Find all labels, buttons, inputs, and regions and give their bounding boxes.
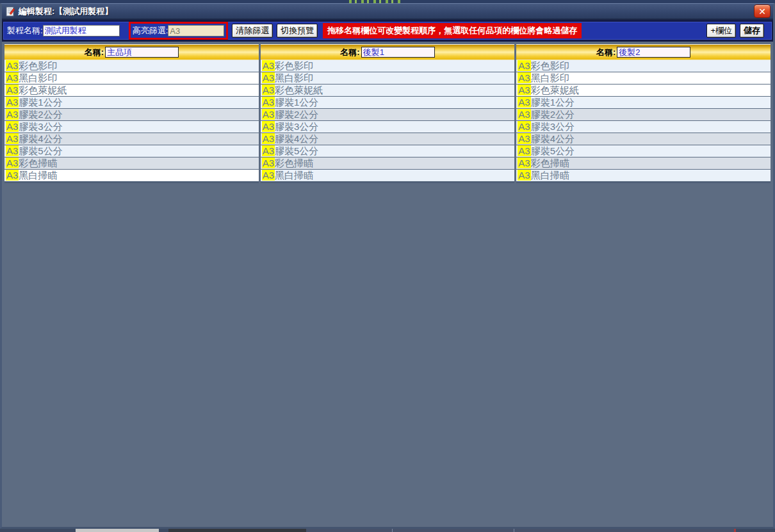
filter-match-highlight: A3 [518,85,530,95]
taskbar-sliver-segment [393,529,514,532]
list-item[interactable]: A3膠裝5公分 [261,145,515,157]
list-item-label: 黑白掃瞄 [275,170,313,181]
list-item[interactable]: A3膠裝1公分 [261,97,515,109]
list-item[interactable]: A3膠裝2公分 [261,109,515,121]
list-item-label: 黑白掃瞄 [531,170,569,181]
list-item-label: 膠裝2公分 [531,109,575,120]
list-item-label: 黑白影印 [531,72,569,83]
clear-filter-button[interactable]: 清除篩選 [232,24,273,38]
highlight-filter-label: 高亮篩選: [133,25,168,36]
list-item[interactable]: A3膠裝3公分 [4,121,259,133]
filter-match-highlight: A3 [6,85,19,95]
filter-match-highlight: A3 [6,97,19,108]
column-item-list: A3彩色影印A3黑白影印A3彩色萊妮紙A3膠裝1公分A3膠裝2公分A3膠裝3公分… [516,60,771,183]
list-item-label: 彩色影印 [19,60,57,71]
column-postprocess-1: 名稱: A3彩色影印A3黑白影印A3彩色萊妮紙A3膠裝1公分A3膠裝2公分A3膠… [261,44,515,183]
taskbar-sliver-segment [76,529,159,532]
close-button[interactable]: ✕ [754,4,771,18]
list-item[interactable]: A3黑白影印 [261,72,515,85]
filter-match-highlight: A3 [518,157,530,168]
dialog-title: 編輯製程:【測試用製程】 [19,6,113,17]
save-button[interactable]: 儲存 [740,24,764,38]
list-item-label: 膠裝1公分 [531,97,575,108]
taskbar-sliver [0,529,775,532]
taskbar-sliver-segment [168,529,306,532]
list-item[interactable]: A3黑白掃瞄 [261,170,515,182]
column-name-label: 名稱: [340,47,359,58]
list-item[interactable]: A3彩色影印 [516,60,771,72]
filter-match-highlight: A3 [6,145,19,156]
filter-match-highlight: A3 [6,170,19,181]
highlight-filter-input[interactable] [168,25,224,36]
column-name-input[interactable] [361,47,435,58]
filter-match-highlight: A3 [518,97,530,108]
list-item-label: 彩色掃瞄 [275,157,313,168]
filter-match-highlight: A3 [262,72,275,83]
list-item[interactable]: A3膠裝3公分 [516,121,771,133]
list-item-label: 黑白影印 [275,72,313,83]
list-item[interactable]: A3彩色掃瞄 [4,157,259,170]
process-name-input[interactable] [43,25,120,36]
list-item-label: 膠裝2公分 [19,109,62,120]
list-item-label: 膠裝4公分 [275,133,318,144]
list-item[interactable]: A3黑白掃瞄 [4,170,259,182]
close-icon: ✕ [758,7,766,16]
column-header[interactable]: 名稱: [4,44,259,60]
list-item[interactable]: A3膠裝5公分 [4,145,259,157]
filter-match-highlight: A3 [262,60,275,71]
column-header[interactable]: 名稱: [516,44,771,60]
column-name-input[interactable] [105,47,179,58]
taskbar-sliver-segment [0,529,76,532]
column-item-list: A3彩色影印A3黑白影印A3彩色萊妮紙A3膠裝1公分A3膠裝2公分A3膠裝3公分… [261,60,515,183]
list-item[interactable]: A3膠裝2公分 [516,109,771,121]
list-item[interactable]: A3膠裝3公分 [261,121,515,133]
list-item-label: 彩色影印 [275,60,313,71]
list-item-label: 黑白影印 [19,72,57,83]
list-item[interactable]: A3膠裝4公分 [4,133,259,145]
list-item[interactable]: A3黑白影印 [516,72,771,85]
list-item[interactable]: A3膠裝2公分 [4,109,259,121]
column-name-input[interactable] [617,47,690,58]
dialog-titlebar[interactable]: 編輯製程:【測試用製程】 ✕ [2,4,773,20]
list-item-label: 彩色萊妮紙 [275,85,323,95]
column-postprocess-2: 名稱: A3彩色影印A3黑白影印A3彩色萊妮紙A3膠裝1公分A3膠裝2公分A3膠… [516,44,771,183]
list-item[interactable]: A3彩色萊妮紙 [261,85,515,97]
add-column-button[interactable]: +欄位 [706,24,736,38]
toggle-preview-button[interactable]: 切換預覽 [277,24,318,38]
list-item-label: 膠裝1公分 [19,97,62,108]
process-columns: 名稱: A3彩色影印A3黑白影印A3彩色萊妮紙A3膠裝1公分A3膠裝2公分A3膠… [4,44,771,183]
list-item[interactable]: A3膠裝1公分 [516,97,771,109]
taskbar-sliver-segment [306,529,393,532]
list-item[interactable]: A3膠裝5公分 [516,145,771,157]
list-item[interactable]: A3彩色掃瞄 [516,157,771,170]
list-item-label: 膠裝3公分 [275,121,318,132]
filter-match-highlight: A3 [518,145,530,156]
list-item[interactable]: A3黑白掃瞄 [516,170,771,182]
filter-match-highlight: A3 [518,121,530,132]
list-item-label: 膠裝4公分 [531,133,575,144]
list-item[interactable]: A3彩色萊妮紙 [4,85,259,97]
list-item[interactable]: A3膠裝4公分 [516,133,771,145]
filter-match-highlight: A3 [518,72,530,83]
list-item-label: 黑白掃瞄 [19,170,57,181]
column-header[interactable]: 名稱: [261,44,515,60]
list-item[interactable]: A3彩色掃瞄 [261,157,515,170]
filter-match-highlight: A3 [262,133,275,144]
filter-match-highlight: A3 [6,157,19,168]
list-item-label: 膠裝4公分 [19,133,62,144]
list-item-label: 膠裝5公分 [275,145,318,156]
list-item-label: 膠裝3公分 [531,121,575,132]
edit-process-dialog: 編輯製程:【測試用製程】 ✕ 製程名稱: 高亮篩選: 清除篩選 切換預覽 拖移名… [0,3,775,529]
list-item[interactable]: A3彩色影印 [4,60,259,72]
list-item[interactable]: A3黑白影印 [4,72,259,85]
toolbar-right-group: +欄位 儲存 [703,24,768,38]
list-item-label: 膠裝5公分 [531,145,575,156]
toolbar: 製程名稱: 高亮篩選: 清除篩選 切換預覽 拖移名稱欄位可改變製程順序，無選取任… [3,22,772,40]
list-item[interactable]: A3膠裝4公分 [261,133,515,145]
filter-match-highlight: A3 [518,133,530,144]
filter-match-highlight: A3 [6,109,19,120]
filter-match-highlight: A3 [518,170,530,181]
list-item[interactable]: A3彩色萊妮紙 [516,85,771,97]
list-item[interactable]: A3膠裝1公分 [4,97,259,109]
list-item[interactable]: A3彩色影印 [261,60,515,72]
